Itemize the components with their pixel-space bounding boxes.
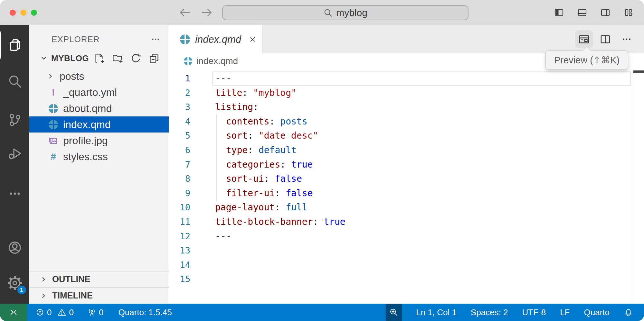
- file-name: styles.css: [63, 151, 108, 163]
- vscode-window: myblog: [0, 0, 644, 321]
- tree-item-about-qmd[interactable]: about.qmd: [29, 100, 169, 116]
- code-line: 2title: "myblog": [169, 86, 644, 100]
- ports-status[interactable]: 0: [87, 307, 103, 317]
- command-center-search[interactable]: myblog: [222, 5, 469, 20]
- panel-label: TIMELINE: [52, 291, 93, 301]
- code-line: 5 sort: "date desc": [169, 129, 644, 143]
- remote-icon: [9, 307, 18, 317]
- file-tree: posts ! _quarto.yml about.qmd index.qmd: [29, 68, 169, 165]
- explorer-icon[interactable]: [0, 30, 29, 60]
- titlebar: myblog: [0, 0, 644, 25]
- code-line: 15: [169, 272, 644, 287]
- forward-icon[interactable]: [200, 6, 214, 19]
- eol-status[interactable]: LF: [560, 307, 570, 317]
- source-control-icon[interactable]: [0, 105, 29, 135]
- chevron-right-icon: [39, 291, 48, 300]
- run-debug-icon[interactable]: [0, 138, 29, 169]
- language-mode-status[interactable]: Quarto: [584, 307, 610, 317]
- cursor-position-status[interactable]: Ln 1, Col 1: [416, 307, 457, 317]
- timeline-panel-header[interactable]: TIMELINE: [29, 287, 169, 304]
- folder-section-header[interactable]: MYBLOG: [29, 48, 169, 68]
- tree-item-index-qmd[interactable]: index.qmd: [29, 116, 169, 133]
- code-line: 13: [169, 243, 644, 258]
- zoom-in-icon: [389, 307, 399, 317]
- settings-gear-icon[interactable]: 1: [0, 268, 29, 298]
- breadcrumb-item: index.qmd: [196, 56, 238, 66]
- tab-bar: index.qmd: [169, 25, 644, 53]
- code-line: 14: [169, 258, 644, 272]
- file-name: _quarto.yml: [63, 87, 117, 98]
- tree-item-profile-jpg[interactable]: profile.jpg: [29, 133, 169, 149]
- code-line: 4 contents: posts: [169, 115, 644, 129]
- quarto-version-status[interactable]: Quarto: 1.5.45: [118, 307, 172, 317]
- toggle-sidebar-icon[interactable]: [553, 6, 565, 19]
- customize-layout-icon[interactable]: [622, 6, 635, 19]
- minimize-window-button[interactable]: [20, 10, 26, 16]
- code-line: 1---: [169, 71, 644, 86]
- preview-icon[interactable]: [575, 30, 593, 48]
- traffic-lights: [10, 10, 37, 16]
- file-name: about.qmd: [63, 103, 112, 115]
- file-name: index.qmd: [63, 119, 111, 131]
- code-line: 11title-block-banner: true: [169, 215, 644, 229]
- tree-item-styles-css[interactable]: # styles.css: [29, 149, 169, 165]
- image-file-icon: [48, 136, 58, 146]
- remote-indicator[interactable]: [0, 304, 27, 321]
- problems-status[interactable]: 0 0: [35, 307, 74, 317]
- code-line: 12---: [169, 229, 644, 244]
- folder-section-label: MYBLOG: [51, 53, 89, 63]
- encoding-status[interactable]: UTF-8: [522, 307, 546, 317]
- editor-more-actions-icon[interactable]: [618, 30, 636, 48]
- toggle-secondary-sidebar-icon[interactable]: [599, 6, 612, 19]
- warning-icon: [57, 308, 66, 317]
- tree-item-posts[interactable]: posts: [29, 68, 169, 84]
- close-tab-icon[interactable]: [248, 35, 257, 44]
- accounts-icon[interactable]: [0, 232, 29, 263]
- status-bar: 0 0 0 Quarto: 1.5.45 Ln: [0, 304, 644, 321]
- refresh-icon[interactable]: [130, 53, 141, 64]
- history-navigation: [178, 6, 214, 19]
- chevron-down-icon: [39, 53, 49, 63]
- notifications-bell-icon[interactable]: [624, 308, 633, 317]
- indentation-status[interactable]: Spaces: 2: [471, 307, 508, 317]
- more-views-icon[interactable]: [0, 178, 29, 209]
- settings-badge: 1: [17, 285, 27, 295]
- explorer-sidebar: EXPLORER MYBLOG: [29, 25, 169, 304]
- code-line: 6 type: default: [169, 143, 644, 158]
- quarto-file-icon: [48, 120, 58, 130]
- workspace-title: myblog: [336, 7, 367, 18]
- code-line: 7 categories: true: [169, 158, 644, 172]
- new-folder-icon[interactable]: [112, 53, 123, 64]
- layout-controls: [553, 6, 635, 19]
- search-view-icon[interactable]: [0, 66, 29, 97]
- preview-tooltip: Preview (⇧⌘K): [545, 50, 628, 69]
- quarto-file-icon: [180, 34, 190, 44]
- code-line: 8 sort-ui: false: [169, 172, 644, 186]
- explorer-more-actions-icon[interactable]: [150, 34, 161, 45]
- outline-panel-header[interactable]: OUTLINE: [29, 271, 169, 287]
- overview-cursor-marker: [633, 70, 644, 73]
- tooltip-label: Preview (⇧⌘K): [554, 55, 620, 66]
- toggle-panel-icon[interactable]: [576, 6, 589, 19]
- maximize-window-button[interactable]: [31, 10, 37, 16]
- code-line: 3listing:: [169, 100, 644, 115]
- panel-label: OUTLINE: [52, 274, 90, 284]
- tab-index-qmd[interactable]: index.qmd: [169, 25, 263, 54]
- chevron-right-icon: [46, 71, 55, 81]
- split-editor-icon[interactable]: [596, 30, 614, 48]
- sidebar-title: EXPLORER: [52, 34, 100, 44]
- collapse-folders-icon[interactable]: [148, 53, 160, 64]
- code-line: 10page-layout: full: [169, 200, 644, 215]
- code-line: 9 filter-ui: false: [169, 186, 644, 201]
- css-file-icon: #: [48, 152, 58, 162]
- new-file-icon[interactable]: [93, 53, 105, 64]
- tree-item-quarto-yml[interactable]: ! _quarto.yml: [29, 84, 169, 100]
- file-name: posts: [60, 70, 84, 82]
- close-window-button[interactable]: [10, 10, 16, 16]
- error-icon: [35, 308, 44, 317]
- back-icon[interactable]: [178, 6, 191, 19]
- zoom-status-button[interactable]: [386, 304, 402, 321]
- chevron-right-icon: [39, 275, 48, 284]
- radio-tower-icon: [87, 308, 96, 317]
- code-editor[interactable]: 1--- 2title: "myblog" 3listing: 4 conten…: [169, 69, 644, 304]
